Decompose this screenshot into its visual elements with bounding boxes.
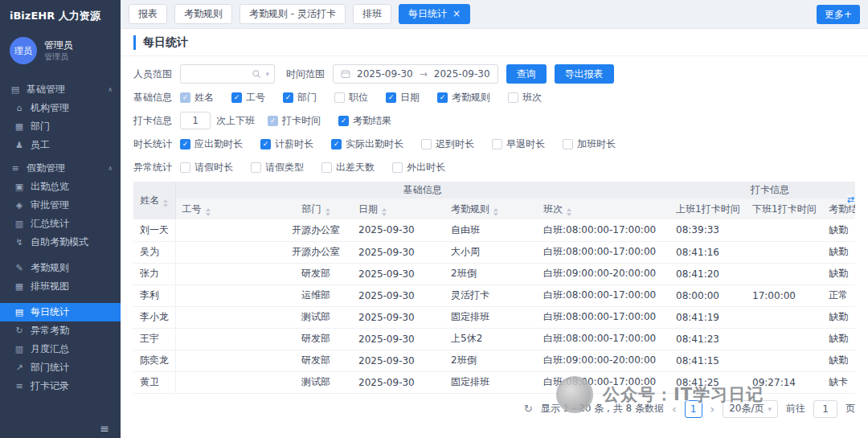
sidebar-item-monthly-summary[interactable]: ▥月度汇总 bbox=[0, 340, 121, 358]
sort-icon[interactable] bbox=[493, 208, 498, 216]
export-report-button[interactable]: 导出报表 bbox=[555, 64, 614, 84]
column-header-dept[interactable]: 部门 bbox=[280, 199, 352, 219]
cell-punch-in: 08:41:20 bbox=[669, 263, 746, 284]
table-row[interactable]: 张力研发部2025-09-302班倒白班:09:00:00-20:00:0008… bbox=[133, 263, 855, 284]
checkbox-dept[interactable]: ✓部门 bbox=[283, 91, 317, 104]
table-row[interactable]: 吴为开源办公室2025-09-30大小周白班:08:00:00-17:00:00… bbox=[133, 241, 855, 263]
checkbox-leave-type[interactable]: ✓请假类型 bbox=[251, 161, 304, 174]
sidebar-item-org-management[interactable]: ⌂机构管理 bbox=[0, 99, 121, 117]
sort-icon[interactable] bbox=[206, 208, 211, 216]
filter-group-row: 打卡信息次上下班✓打卡时间✓考勤结果 bbox=[133, 111, 855, 130]
checkbox-attendance-rule[interactable]: ✓考勤规则 bbox=[437, 91, 490, 104]
checkbox-box: ✓ bbox=[331, 139, 342, 149]
checkbox-shift[interactable]: ✓班次 bbox=[508, 91, 542, 104]
checkbox-early-leave-hours[interactable]: ✓早退时长 bbox=[492, 137, 545, 151]
checkbox-box: ✓ bbox=[251, 162, 261, 173]
checkbox-attendance-result[interactable]: ✓考勤结果 bbox=[338, 114, 391, 128]
line-chart-icon: ↗ bbox=[14, 362, 25, 373]
prev-page-icon[interactable]: ‹ bbox=[672, 403, 677, 415]
column-label: 考勤规则 bbox=[451, 203, 489, 215]
sidebar-item-schedule-view[interactable]: ▦排班视图 bbox=[0, 277, 121, 296]
sidebar-item-department-statistics[interactable]: ↗部门统计 bbox=[0, 358, 121, 377]
table-row[interactable]: 黄卫测试部2025-09-30固定排班白班:08:00:00-17:00:000… bbox=[133, 371, 855, 393]
input-punch-count[interactable] bbox=[180, 112, 211, 129]
current-page[interactable]: 1 bbox=[685, 400, 702, 418]
cell-date: 2025-09-30 bbox=[352, 284, 444, 306]
sidebar-item-department[interactable]: ▦部门 bbox=[0, 117, 121, 136]
next-page-icon[interactable]: › bbox=[710, 403, 715, 415]
sidebar-item-summary-statistics[interactable]: ▥汇总统计 bbox=[0, 215, 121, 233]
checkbox-trip-days[interactable]: ✓出差天数 bbox=[321, 161, 375, 174]
cell-rule: 固定排班 bbox=[444, 371, 537, 393]
sort-icon[interactable] bbox=[163, 199, 168, 207]
date-to-value[interactable]: 2025-09-30 bbox=[434, 68, 490, 80]
column-settings-icon[interactable]: ⇄ bbox=[847, 194, 854, 205]
sidebar-item-abnormal-attendance[interactable]: ↻异常考勤 bbox=[0, 321, 121, 340]
sidebar-item-employee[interactable]: ♟员工 bbox=[0, 136, 121, 154]
query-button[interactable]: 查询 bbox=[506, 64, 547, 84]
table-row[interactable]: 李小龙测试部2025-09-30固定排班白班:08:00:00-17:00:00… bbox=[133, 306, 855, 328]
checkbox-box: ✓ bbox=[563, 139, 573, 149]
refresh-icon[interactable]: ↻ bbox=[524, 403, 533, 415]
menu-item-label: 考勤规则 bbox=[31, 261, 69, 275]
checkbox-out-hours[interactable]: ✓外出时长 bbox=[392, 161, 445, 174]
user-panel: 理员 管理员 管理员 bbox=[0, 32, 121, 72]
tab-scheduling[interactable]: 排班 bbox=[353, 4, 391, 24]
sort-icon[interactable] bbox=[567, 208, 571, 216]
filter-group-row: 基础信息✓姓名✓工号✓部门✓职位✓日期✓考勤规则✓班次 bbox=[133, 88, 855, 107]
tab-attendance-rules[interactable]: 考勤规则 bbox=[174, 4, 232, 24]
menu-group-base-management[interactable]: ▤基础管理∧ bbox=[0, 80, 121, 99]
cell-date: 2025-09-30 bbox=[352, 328, 444, 350]
sort-icon[interactable] bbox=[326, 208, 330, 216]
table-row[interactable]: 李利运维部2025-09-30灵活打卡白班:08:00:00-17:00:000… bbox=[133, 284, 855, 306]
checkbox-leave-hours[interactable]: ✓请假时长 bbox=[180, 161, 233, 174]
sidebar-item-approval-management[interactable]: ◈审批管理 bbox=[0, 196, 121, 215]
cell-punch-out bbox=[746, 306, 822, 328]
page-size-select[interactable]: 20条/页 ▾ bbox=[723, 400, 778, 418]
column-header-name[interactable]: 姓名 bbox=[133, 182, 175, 219]
filter-group-label: 基础信息 bbox=[133, 91, 172, 104]
time-range-label: 时间范围 bbox=[286, 68, 325, 81]
close-tab-icon[interactable]: × bbox=[452, 8, 461, 19]
more-button[interactable]: 更多+ bbox=[817, 5, 860, 24]
table-row[interactable]: 刘一天开源办公室2025-09-30自由班白班:08:00:00-17:00:0… bbox=[133, 219, 855, 241]
table-row[interactable]: 陈奕龙研发部2025-09-302班倒白班:09:00:00-20:00:000… bbox=[133, 350, 855, 371]
person-scope-input[interactable]: ▾ bbox=[180, 64, 275, 84]
checkbox-required-hours[interactable]: ✓应出勤时长 bbox=[180, 137, 243, 151]
cell-date: 2025-09-30 bbox=[352, 263, 444, 284]
checkbox-position[interactable]: ✓职位 bbox=[334, 91, 368, 104]
sidebar-item-attendance-overview[interactable]: ▣出勤总览 bbox=[0, 178, 121, 196]
date-range-picker[interactable]: 2025-09-30 → 2025-09-30 bbox=[333, 64, 498, 84]
sidebar-item-daily-statistics[interactable]: ▤每日统计 bbox=[0, 303, 121, 321]
column-header-date[interactable]: 日期 bbox=[352, 199, 444, 219]
sidebar-item-self-attendance-mode[interactable]: ↯自助考勤模式 bbox=[0, 233, 121, 252]
column-label: 班次 bbox=[543, 203, 563, 215]
sidebar-item-punch-records[interactable]: ≡打卡记录 bbox=[0, 377, 121, 395]
date-from-value[interactable]: 2025-09-30 bbox=[357, 68, 413, 80]
checkbox-date[interactable]: ✓日期 bbox=[386, 91, 420, 104]
checkbox-label: 部门 bbox=[297, 91, 317, 104]
sidebar-item-attendance-rules[interactable]: ✎考勤规则 bbox=[0, 259, 121, 277]
checkbox-emp-no[interactable]: ✓工号 bbox=[231, 91, 265, 104]
column-header-emp-no[interactable]: 工号 bbox=[175, 199, 280, 219]
arrow-right-icon: → bbox=[420, 68, 428, 80]
column-header-punch-out: 下班1打卡时间 bbox=[746, 199, 822, 219]
collapse-sidebar-icon[interactable]: ≡ bbox=[100, 422, 109, 435]
cell-name: 王宇 bbox=[133, 328, 175, 350]
user-name: 管理员 bbox=[44, 39, 73, 51]
checkbox-paid-hours[interactable]: ✓计薪时长 bbox=[260, 137, 313, 151]
checkbox-overtime-hours[interactable]: ✓加班时长 bbox=[563, 137, 616, 151]
search-icon bbox=[252, 69, 261, 79]
column-header-shift[interactable]: 班次 bbox=[537, 199, 669, 219]
checkbox-late-hours[interactable]: ✓迟到时长 bbox=[421, 137, 474, 151]
table-row[interactable]: 王宇研发部2025-09-30上5休2白班:08:00:00-17:00:000… bbox=[133, 328, 855, 350]
menu-group-leave-attendance-management[interactable]: ≡假勤管理∧ bbox=[0, 159, 121, 178]
checkbox-punch-time: ✓打卡时间 bbox=[268, 114, 321, 128]
sort-icon[interactable] bbox=[382, 208, 387, 216]
checkbox-actual-hours[interactable]: ✓实际出勤时长 bbox=[331, 137, 403, 151]
tab-daily-statistics[interactable]: 每日统计× bbox=[399, 4, 470, 24]
tab-report[interactable]: 报表 bbox=[129, 4, 167, 24]
goto-page-input[interactable] bbox=[813, 400, 837, 418]
column-header-rule[interactable]: 考勤规则 bbox=[444, 199, 537, 219]
tab-attendance-rules-flexible[interactable]: 考勤规则 - 灵活打卡 bbox=[240, 4, 346, 24]
